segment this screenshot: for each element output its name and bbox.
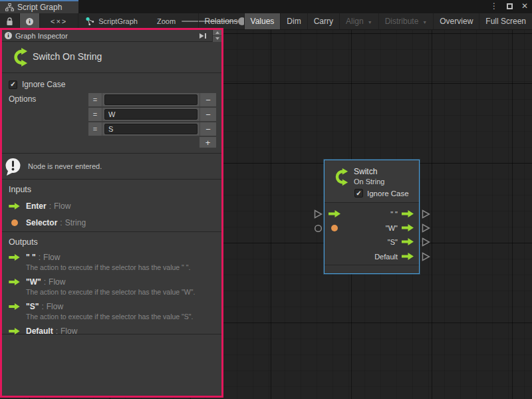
option-value-input[interactable] <box>104 109 198 120</box>
node-footer <box>325 265 419 273</box>
port-description: The action to execute if the selector ha… <box>26 288 215 297</box>
external-selector-input-stub[interactable] <box>314 224 323 233</box>
drag-handle-icon[interactable]: = <box>88 108 102 121</box>
output-label: "W" <box>386 224 398 232</box>
switch-icon <box>8 47 28 67</box>
graph-inspector-panel: i Graph Inspector Switch On String <box>0 28 223 398</box>
align-label: Align <box>346 17 364 26</box>
external-output-stub-w[interactable] <box>422 223 430 233</box>
graph-breadcrumb[interactable]: ScriptGraph <box>78 13 144 29</box>
tab-script-graph[interactable]: Script Graph <box>0 0 78 13</box>
overview-label: Overview <box>440 17 473 26</box>
panel-scroll-stepper <box>212 30 221 42</box>
inspector-toggle-button[interactable]: i <box>20 13 40 29</box>
output-port-w[interactable]: "W" <box>386 221 414 235</box>
window-controls: ⋮ ✕ <box>490 0 528 12</box>
lock-button[interactable] <box>0 13 20 29</box>
port-name: Selector <box>26 218 57 227</box>
chevron-down-icon: ▼ <box>368 20 372 25</box>
drag-handle-icon[interactable]: = <box>88 93 102 106</box>
port-separator: : <box>44 277 46 287</box>
flow-arrow-icon <box>9 328 26 334</box>
output-port-s[interactable]: "S" <box>388 235 414 249</box>
node-header[interactable]: Switch On String ✓ Ignore Case <box>325 160 419 203</box>
relations-label: Relations <box>205 17 238 26</box>
node-ignore-case-checkbox[interactable]: ✓ <box>354 189 363 198</box>
outputs-section: Outputs " " : Flow The action to execute… <box>2 232 221 334</box>
output-label: " " <box>390 210 398 218</box>
inspector-empty-area <box>2 334 221 396</box>
output-port-default[interactable]: Default <box>374 249 414 263</box>
port-separator: : <box>41 302 43 311</box>
output-label: "S" <box>388 238 398 246</box>
port-name: "S" <box>26 302 39 311</box>
output-port-space[interactable]: " " <box>390 207 414 221</box>
warning-text: Node is never entered. <box>28 162 102 170</box>
info-icon: i <box>5 32 12 39</box>
switch-on-string-node[interactable]: Switch On String ✓ Ignore Case " " "W" <box>324 160 420 274</box>
external-output-stub-space[interactable] <box>422 209 430 219</box>
graph-hierarchy-icon <box>5 3 14 11</box>
option-row: = − <box>88 108 216 121</box>
remove-option-button[interactable]: − <box>200 122 216 136</box>
inputs-section: Inputs Enter : Flow Selector : String <box>2 180 221 232</box>
node-title: Switch <box>354 167 377 176</box>
ignore-case-checkbox[interactable]: ✓ <box>9 80 17 89</box>
input-port-selector: Selector : String <box>9 218 215 227</box>
relations-button[interactable]: Relations <box>198 13 244 29</box>
options-list: = − = − = − + <box>88 93 216 148</box>
flow-input-port[interactable] <box>329 207 340 221</box>
carry-button[interactable]: Carry <box>307 13 339 29</box>
inspector-title: Graph Inspector <box>15 32 196 40</box>
remove-option-button[interactable]: − <box>200 108 216 121</box>
option-value-input[interactable] <box>104 124 198 134</box>
full-screen-button[interactable]: Full Screen <box>479 13 532 29</box>
code-view-button[interactable]: <×> <box>40 13 78 29</box>
selector-input-port[interactable] <box>331 221 338 235</box>
close-icon[interactable]: ✕ <box>521 1 528 11</box>
port-name: "W" <box>26 277 41 287</box>
script-graph-asset-icon <box>85 17 94 26</box>
external-output-stub-default[interactable] <box>422 252 430 261</box>
distribute-dropdown[interactable]: Distribute ▼ <box>378 13 434 29</box>
remove-option-button[interactable]: − <box>200 93 216 106</box>
scroll-up-button[interactable] <box>213 30 221 37</box>
output-port-s: "S" : Flow <box>9 302 215 311</box>
lock-icon <box>6 17 13 26</box>
warning-banner: Node is never entered. <box>2 154 221 180</box>
option-value-input[interactable] <box>104 94 198 105</box>
full-screen-label: Full Screen <box>485 17 526 26</box>
external-flow-input-stub[interactable] <box>314 209 323 219</box>
inspector-settings-section: ✓ Ignore Case Options = − = − = − <box>2 73 221 154</box>
dim-button[interactable]: Dim <box>280 13 307 29</box>
carry-label: Carry <box>314 17 333 26</box>
distribute-label: Distribute <box>385 17 419 26</box>
unity-script-graph-window: Script Graph ⋮ ✕ i <×> <box>0 0 532 399</box>
values-button[interactable]: Values <box>244 13 281 29</box>
port-separator: : <box>60 218 62 227</box>
ignore-case-label: Ignore Case <box>22 80 65 89</box>
drag-handle-icon[interactable]: = <box>88 122 102 136</box>
add-option-button[interactable]: + <box>200 137 216 148</box>
dock-panel-icon[interactable] <box>199 33 207 39</box>
scroll-down-button[interactable] <box>213 36 221 42</box>
switch-icon <box>330 168 348 186</box>
external-output-stub-s[interactable] <box>422 237 430 247</box>
overview-button[interactable]: Overview <box>433 13 479 29</box>
option-row: = − <box>88 93 216 106</box>
warning-icon <box>4 158 22 176</box>
value-dot-icon <box>9 219 26 226</box>
output-label: Default <box>374 253 398 261</box>
port-type: String <box>65 218 86 227</box>
chevron-down-icon: ▼ <box>422 20 427 25</box>
input-port-enter: Enter : Flow <box>9 201 215 211</box>
port-separator: : <box>39 253 41 262</box>
menu-icon[interactable]: ⋮ <box>490 1 498 11</box>
flow-arrow-icon <box>9 303 26 310</box>
port-description: The action to execute if the selector ha… <box>26 263 215 272</box>
port-type: Flow <box>43 253 60 262</box>
align-dropdown[interactable]: Align ▼ <box>339 13 378 29</box>
inputs-heading: Inputs <box>9 185 215 194</box>
tab-title: Script Graph <box>17 3 62 12</box>
maximize-icon[interactable] <box>507 3 513 9</box>
